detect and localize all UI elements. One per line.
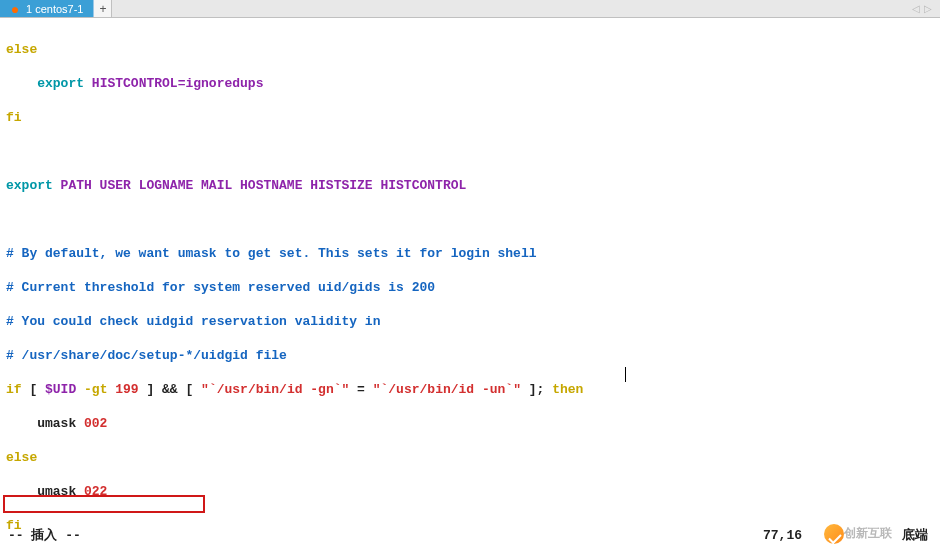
status-bar: -- 插入 -- 77,16 底端 创新互联 (0, 524, 940, 546)
tab-bar: ● 1 centos7-1 + ◁ ▷ (0, 0, 940, 18)
tab-modified-icon: ● (10, 4, 20, 14)
vim-mode-indicator: -- 插入 -- (8, 526, 81, 544)
editor-viewport[interactable]: else export HISTCONTROL=ignoredups fi ex… (0, 18, 940, 524)
scroll-indicator: 底端 (902, 526, 928, 544)
comment: # Current threshold for system reserved … (6, 280, 435, 295)
kw-then: then (552, 382, 583, 397)
tab-nav-right-icon[interactable]: ▷ (924, 3, 932, 14)
tabbar-filler (112, 0, 904, 17)
kw-if: if (6, 382, 22, 397)
kw-else: else (6, 450, 37, 465)
kw-export: export (37, 76, 84, 91)
comment: # By default, we want umask to get set. … (6, 246, 537, 261)
tab-active[interactable]: ● 1 centos7-1 (0, 0, 94, 17)
tab-label: 1 centos7-1 (26, 3, 83, 15)
watermark-logo-icon (824, 524, 844, 544)
kw-export: export (6, 178, 53, 193)
cursor-position: 77,16 (763, 528, 802, 543)
watermark-text: 创新互联 (844, 525, 892, 542)
comment: # /usr/share/doc/setup-*/uidgid file (6, 348, 287, 363)
tab-nav-left-icon[interactable]: ◁ (912, 3, 920, 14)
tab-nav: ◁ ▷ (904, 0, 940, 17)
tab-add-button[interactable]: + (94, 0, 112, 17)
text-caret-icon (625, 367, 626, 382)
comment: # You could check uidgid reservation val… (6, 314, 380, 329)
kw-fi: fi (6, 110, 22, 125)
kw-else: else (6, 42, 37, 57)
